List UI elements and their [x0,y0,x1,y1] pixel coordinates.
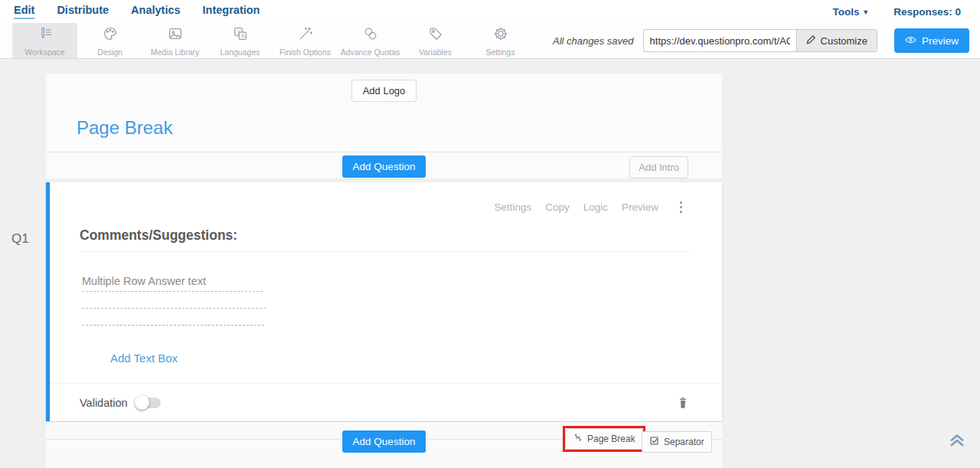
kebab-menu-icon[interactable] [678,200,684,214]
tag-icon [427,25,444,45]
page-break-highlight-box: Page Break [563,426,645,452]
nav-tab-analytics[interactable]: Analytics [131,4,180,19]
page-break-button[interactable]: Page Break [565,428,643,450]
bottom-add-section: Add Question Page Break Separator [46,422,722,468]
validation-label: Validation [80,397,128,409]
question-preview-link[interactable]: Preview [622,201,658,213]
delete-question-button[interactable] [676,395,690,411]
add-question-button-top[interactable]: Add Question [342,155,426,178]
survey-editor-app: Edit Distribute Analytics Integration To… [0,0,980,468]
question-actions: Settings Copy Logic Preview [494,200,684,214]
image-icon [167,25,184,45]
double-chevron-up-icon [947,440,967,452]
workspace-icon [37,25,54,45]
validation-toggle[interactable] [136,398,161,408]
editor-toolbar: Workspace Design Media Library 文A Langua… [0,23,980,59]
top-nav: Edit Distribute Analytics Integration To… [0,0,980,23]
add-question-button-bottom[interactable]: Add Question [342,430,426,453]
eye-icon [905,35,916,47]
toolbar-right: All changes saved Customize Preview [553,23,980,58]
palette-icon [102,25,119,45]
customize-url-button[interactable]: Customize [796,29,877,52]
toolbar-item-finish-options[interactable]: Finish Options [273,23,338,58]
separator-button[interactable]: Separator [642,431,712,453]
header-card-divider [46,152,722,152]
tools-dropdown[interactable]: Tools ▼ [833,6,870,18]
toolbar-item-variables[interactable]: Variables [403,23,468,58]
nav-links: Edit Distribute Analytics Integration [14,4,260,19]
answer-text-row-1[interactable]: Multiple Row Answer text [82,275,263,292]
toolbar-item-workspace[interactable]: Workspace [12,23,77,58]
trash-icon [676,401,690,413]
question-copy-link[interactable]: Copy [545,201,570,213]
pencil-icon [806,34,816,47]
question-title-divider [80,251,690,252]
survey-url-input[interactable] [643,29,796,52]
links-icon [362,25,379,45]
toolbar-item-settings[interactable]: Settings [468,23,533,58]
add-intro-button[interactable]: Add Intro [629,156,688,178]
nav-tab-edit[interactable]: Edit [14,4,34,19]
page-break-icon [573,433,583,445]
preview-button[interactable]: Preview [894,28,969,53]
question-title[interactable]: Comments/Suggestions: [80,227,237,244]
translate-icon: 文A [232,25,249,45]
survey-header-card: Add Logo Page Break Add Question Add Int… [46,74,722,178]
save-status-text: All changes saved [553,35,634,47]
question-settings-link[interactable]: Settings [494,201,531,213]
question-footer: Validation [50,383,722,421]
question-logic-link[interactable]: Logic [583,201,608,213]
question-number-label: Q1 [11,231,29,247]
nav-tab-distribute[interactable]: Distribute [57,4,109,19]
toggle-knob [135,395,149,410]
checkbox-checked-icon [649,436,659,448]
toolbar-item-languages[interactable]: 文A Languages [207,23,273,58]
gear-icon [492,25,509,45]
chevron-down-icon: ▼ [862,8,869,16]
toolbar-item-media-library[interactable]: Media Library [142,23,207,58]
toolbar-item-design[interactable]: Design [77,23,142,58]
responses-count[interactable]: Responses: 0 [893,6,961,18]
add-logo-button[interactable]: Add Logo [351,80,417,102]
svg-text:A: A [240,33,244,38]
question-card: Settings Copy Logic Preview Comments/Sug… [46,182,722,421]
answer-text-row-2[interactable] [82,308,266,309]
answer-text-row-3[interactable] [82,325,264,326]
scroll-to-top-button[interactable] [947,430,967,450]
magic-wand-icon [297,25,314,45]
nav-tab-integration[interactable]: Integration [203,4,260,19]
add-text-box-link[interactable]: Add Text Box [110,352,178,365]
nav-right: Tools ▼ Responses: 0 [833,6,961,18]
toolbar-item-advance-quotas[interactable]: Advance Quotas [338,23,403,58]
survey-title[interactable]: Page Break [77,117,172,139]
